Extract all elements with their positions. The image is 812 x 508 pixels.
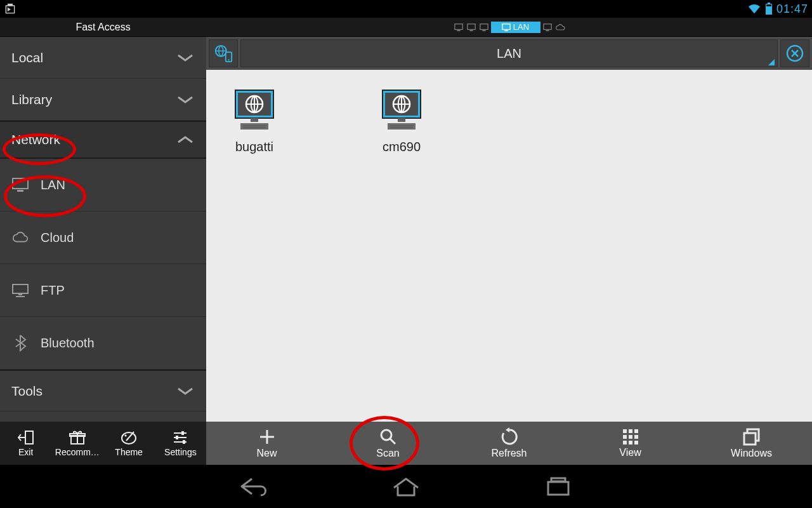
sidebar-item-network-label: Network	[11, 132, 60, 147]
svg-rect-8	[482, 30, 485, 31]
palette-icon	[120, 429, 138, 446]
sidebar-item-tools[interactable]: Tools	[0, 370, 206, 411]
path-title-label: LAN	[497, 46, 521, 61]
close-button[interactable]	[780, 39, 809, 67]
settings-button[interactable]: Settings	[155, 422, 206, 465]
dropdown-indicator-icon	[768, 59, 775, 65]
sidebar-item-local[interactable]: Local	[0, 37, 206, 79]
svg-rect-44	[240, 123, 268, 130]
sidebar-item-library-label: Library	[11, 92, 52, 107]
sidebar-sub-bluetooth[interactable]: Bluetooth	[0, 317, 206, 370]
sidebar-item-library[interactable]: Library	[0, 79, 206, 121]
window-tab-3[interactable]	[478, 22, 490, 33]
new-label: New	[256, 448, 277, 459]
refresh-icon	[500, 427, 519, 446]
window-tabs: LAN	[206, 22, 812, 33]
refresh-button[interactable]: Refresh	[449, 422, 570, 465]
window-tab-1[interactable]	[453, 22, 464, 33]
svg-rect-16	[18, 294, 22, 295]
refresh-label: Refresh	[491, 448, 527, 459]
svg-rect-13	[13, 178, 28, 189]
svg-rect-7	[480, 23, 487, 29]
svg-rect-63	[623, 435, 627, 439]
recent-apps-icon	[546, 476, 571, 497]
sidebar-item-local-label: Local	[11, 50, 43, 65]
sidebar-sub-lan[interactable]: LAN	[0, 159, 206, 211]
host-item-bugatti[interactable]: bugatti	[232, 88, 277, 154]
content-area: LAN	[206, 37, 812, 465]
status-time: 01:47	[776, 3, 808, 16]
window-tab-2[interactable]	[466, 22, 477, 33]
path-bar: LAN	[206, 37, 812, 70]
android-nav-bar	[0, 465, 812, 508]
scan-button[interactable]: Scan	[327, 422, 449, 465]
back-icon	[239, 476, 268, 497]
window-tab-lan-label: LAN	[513, 22, 529, 32]
view-label: View	[619, 447, 641, 458]
cloud-icon	[11, 231, 29, 244]
svg-rect-11	[543, 23, 551, 29]
svg-rect-70	[744, 433, 756, 444]
svg-rect-65	[634, 435, 638, 439]
nav-recent-button[interactable]	[539, 475, 577, 498]
lan-icon	[11, 177, 29, 192]
recommend-button[interactable]: Recomm…	[51, 422, 103, 465]
svg-rect-1	[768, 3, 770, 4]
svg-rect-67	[629, 441, 632, 444]
wifi-icon	[747, 3, 761, 15]
sidebar-item-tools-label: Tools	[11, 384, 43, 399]
plus-icon	[258, 427, 277, 446]
gift-icon	[69, 429, 86, 446]
svg-rect-12	[546, 30, 549, 31]
home-icon	[391, 476, 421, 497]
recommend-label: Recomm…	[55, 447, 100, 457]
sidebar-sub-ftp-label: FTP	[41, 283, 65, 298]
theme-button[interactable]: Theme	[103, 422, 155, 465]
content-toolbar: New Scan Refresh View Windows	[206, 422, 812, 465]
play-store-icon	[4, 3, 16, 15]
window-tab-lan-active[interactable]: LAN	[491, 22, 540, 33]
svg-rect-60	[623, 429, 627, 433]
search-icon	[379, 427, 398, 446]
svg-rect-72	[551, 478, 565, 481]
settings-label: Settings	[164, 447, 197, 457]
sliders-icon	[171, 429, 189, 446]
svg-rect-53	[388, 123, 416, 130]
window-tab-cloud[interactable]	[554, 22, 566, 33]
sidebar-item-network[interactable]: Network	[0, 121, 206, 159]
sidebar: Local Library Network LAN Cloud	[0, 37, 206, 465]
svg-rect-62	[634, 429, 638, 433]
svg-rect-14	[17, 190, 23, 192]
sidebar-toolbar: Exit Recomm… Theme Settings	[0, 422, 206, 465]
host-label: cm690	[383, 140, 421, 154]
svg-rect-61	[629, 429, 632, 433]
exit-button[interactable]: Exit	[0, 422, 51, 465]
path-title[interactable]: LAN	[240, 39, 778, 67]
svg-point-58	[381, 430, 391, 440]
svg-rect-28	[181, 431, 184, 435]
nav-back-button[interactable]	[235, 475, 273, 498]
chevron-down-icon	[177, 53, 193, 62]
chevron-down-icon	[177, 387, 193, 396]
svg-rect-29	[176, 436, 178, 439]
new-button[interactable]: New	[206, 422, 327, 465]
device-globe-button[interactable]	[209, 39, 238, 67]
svg-rect-5	[467, 23, 475, 29]
sidebar-sub-cloud[interactable]: Cloud	[0, 211, 206, 264]
svg-rect-64	[629, 435, 632, 439]
nav-home-button[interactable]	[387, 475, 425, 498]
view-button[interactable]: View	[570, 422, 691, 465]
globe-device-icon	[214, 44, 233, 63]
svg-rect-15	[13, 284, 28, 293]
chevron-up-icon	[177, 135, 193, 144]
host-item-cm690[interactable]: cm690	[379, 88, 424, 154]
sidebar-sub-cloud-label: Cloud	[41, 231, 74, 245]
grid-icon	[622, 428, 639, 446]
svg-rect-52	[398, 118, 405, 122]
sidebar-sub-ftp[interactable]: FTP	[0, 264, 206, 317]
windows-button[interactable]: Windows	[691, 422, 812, 465]
battery-icon	[765, 3, 773, 15]
svg-rect-17	[16, 296, 25, 297]
window-tab-5[interactable]	[542, 22, 553, 33]
svg-rect-2	[766, 4, 771, 6]
